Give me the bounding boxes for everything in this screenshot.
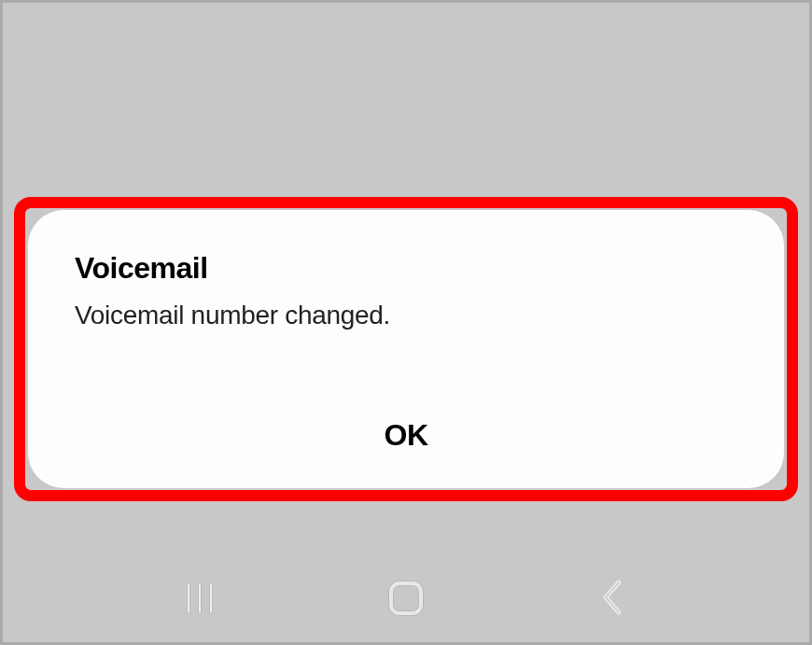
back-icon xyxy=(600,579,624,619)
dialog-message: Voicemail number changed. xyxy=(75,301,737,330)
recent-apps-icon xyxy=(187,582,213,614)
home-button[interactable] xyxy=(369,575,443,622)
dialog-actions: OK xyxy=(28,409,784,462)
voicemail-dialog: Voicemail Voicemail number changed. OK xyxy=(28,210,784,488)
recent-apps-button[interactable] xyxy=(162,575,237,622)
back-button[interactable] xyxy=(575,575,650,622)
navigation-bar xyxy=(3,566,809,631)
dialog-title: Voicemail xyxy=(75,251,737,286)
ok-button[interactable]: OK xyxy=(347,409,466,462)
home-icon xyxy=(389,582,423,615)
